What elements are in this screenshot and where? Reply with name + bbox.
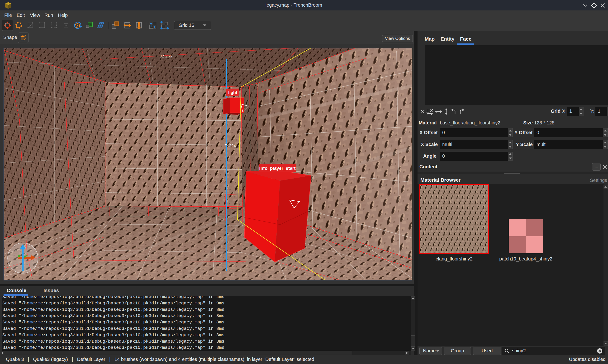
svg-text:light: light xyxy=(228,90,237,95)
svg-text:Grid 16: Grid 16 xyxy=(179,23,194,28)
svg-text:info_player_start: info_player_start xyxy=(259,166,296,171)
svg-text:X: 256: X: 256 xyxy=(160,54,172,58)
svg-text:Z: 224: Z: 224 xyxy=(224,144,236,148)
